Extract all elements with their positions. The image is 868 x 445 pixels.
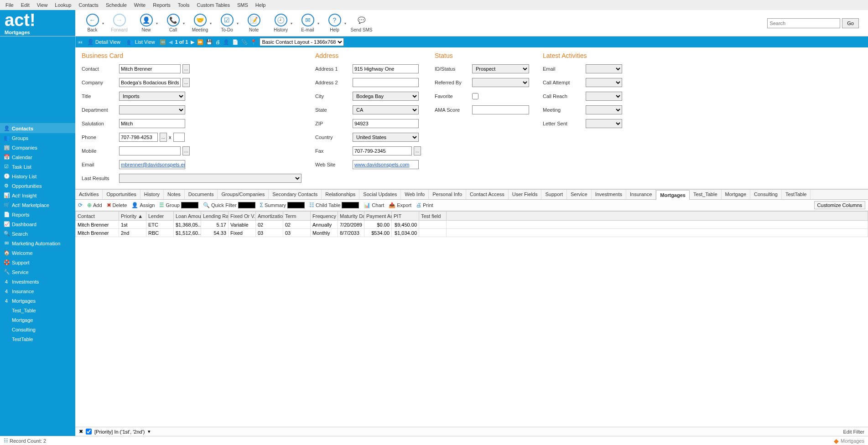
grid-col-loan-amount[interactable]: Loan Amount bbox=[174, 212, 201, 221]
menu-schedule[interactable]: Schedule bbox=[102, 2, 130, 8]
grid-col-fixed-or-v-[interactable]: Fixed Or V... bbox=[229, 212, 256, 221]
tab-relationships[interactable]: Relationships bbox=[322, 190, 359, 199]
grid-col-frequency[interactable]: Frequency bbox=[311, 212, 338, 221]
menu-lookup[interactable]: Lookup bbox=[51, 2, 75, 8]
mobile-more-button[interactable]: … bbox=[182, 146, 190, 155]
contact-more-button[interactable]: … bbox=[182, 64, 190, 73]
tab-history[interactable]: History bbox=[140, 190, 164, 199]
nav-prev-set-icon[interactable]: ⏪ bbox=[160, 39, 166, 45]
tab-insurance[interactable]: Insurance bbox=[626, 190, 656, 199]
act-callreach-select[interactable] bbox=[586, 92, 622, 101]
refresh-icon[interactable]: ⟳ bbox=[78, 202, 83, 208]
menu-contacts[interactable]: Contacts bbox=[75, 2, 102, 8]
sidebar-item-history-list[interactable]: 🕘History List bbox=[0, 171, 75, 181]
sidebar-item-contacts[interactable]: 👤Contacts bbox=[0, 124, 75, 133]
country-select[interactable]: United States bbox=[353, 133, 419, 142]
act-email-select[interactable] bbox=[586, 64, 622, 73]
sidebar-item-task-list[interactable]: ☑Task List bbox=[0, 162, 75, 171]
assign-button[interactable]: 👤Assign bbox=[131, 202, 155, 208]
sidebar-item-marketing-automation[interactable]: ✉Marketing Automation bbox=[0, 238, 75, 248]
menu-tools[interactable]: Tools bbox=[174, 2, 193, 8]
help-button[interactable]: ?Help▾ bbox=[322, 11, 347, 35]
add-button[interactable]: ⊕Add bbox=[87, 202, 102, 208]
call-button[interactable]: 📞Call▾ bbox=[161, 11, 186, 35]
filter-enable-checkbox[interactable] bbox=[86, 429, 92, 435]
table-row[interactable]: Mitch Brenner1stETC$1,368,05...5.17Varia… bbox=[76, 221, 868, 229]
filter-close-icon[interactable]: ✖ bbox=[79, 429, 83, 435]
group-button[interactable]: ☰Group bbox=[159, 202, 198, 208]
sidebar-item-act-insight[interactable]: 📊Act! Insight bbox=[0, 191, 75, 200]
menu-edit[interactable]: Edit bbox=[17, 2, 33, 8]
todo-button[interactable]: ☑To-Do▾ bbox=[214, 11, 239, 35]
title-select[interactable]: Imports bbox=[119, 92, 185, 101]
sidebar-item-search[interactable]: 🔍Search bbox=[0, 229, 75, 238]
tab-documents[interactable]: Documents bbox=[185, 190, 218, 199]
note-button[interactable]: 📝Note bbox=[241, 11, 266, 35]
sidebar-item-service[interactable]: 🔧Service bbox=[0, 267, 75, 277]
salutation-field[interactable] bbox=[119, 119, 185, 128]
person-action-icon[interactable]: 👤 bbox=[223, 39, 229, 45]
contact-field[interactable] bbox=[119, 64, 181, 73]
addr1-field[interactable] bbox=[353, 64, 419, 73]
tab-mortgages[interactable]: Mortgages bbox=[656, 190, 690, 200]
grid-col-lender[interactable]: Lender bbox=[146, 212, 174, 221]
website-link[interactable]: www.davidsonspets.com bbox=[353, 160, 419, 169]
act-meeting-select[interactable] bbox=[586, 105, 622, 114]
print-icon[interactable]: 🖨 bbox=[215, 39, 220, 45]
pin-icon[interactable]: 📍 bbox=[250, 39, 257, 45]
search-input[interactable] bbox=[767, 18, 840, 28]
nav-next-icon[interactable]: ▶ bbox=[191, 39, 194, 45]
company-more-button[interactable]: … bbox=[182, 78, 190, 87]
act-letter-select[interactable] bbox=[586, 119, 622, 128]
state-select[interactable]: CA bbox=[353, 105, 419, 114]
nav-first-icon[interactable]: ⏮ bbox=[78, 39, 83, 45]
sidebar-item-mortgage[interactable]: Mortgage bbox=[0, 315, 75, 325]
tab-web-info[interactable]: Web Info bbox=[401, 190, 429, 199]
meeting-button[interactable]: 🤝Meeting▾ bbox=[187, 11, 213, 35]
mobile-field[interactable] bbox=[119, 146, 181, 155]
phone-field[interactable] bbox=[119, 133, 158, 142]
save-icon[interactable]: 💾 bbox=[206, 39, 213, 45]
grid-col-term[interactable]: Term bbox=[283, 212, 311, 221]
detail-view-button[interactable]: 👤Detail View bbox=[85, 39, 122, 45]
back-button[interactable]: ←Back▾ bbox=[80, 11, 105, 35]
print-button[interactable]: 🖨Print bbox=[416, 202, 433, 208]
sidebar-item-dashboard[interactable]: 📈Dashboard bbox=[0, 219, 75, 229]
sidebar-item-reports[interactable]: 📄Reports bbox=[0, 210, 75, 219]
addr2-field[interactable] bbox=[353, 78, 419, 87]
city-select[interactable]: Bodega Bay bbox=[353, 92, 419, 101]
edit-filter-link[interactable]: Edit Filter bbox=[843, 429, 864, 435]
menu-write[interactable]: Write bbox=[130, 2, 149, 8]
tab-service[interactable]: Service bbox=[567, 190, 592, 199]
new-button[interactable]: 👤New▾ bbox=[134, 11, 159, 35]
sidebar-item-welcome[interactable]: 🏠Welcome bbox=[0, 248, 75, 258]
layout-select[interactable]: Basic Contact Layout - 1366x768 bbox=[260, 38, 344, 46]
referred-select[interactable] bbox=[472, 78, 529, 87]
quickfilter-button[interactable]: 🔍Quick Filter bbox=[203, 202, 255, 208]
summary-button[interactable]: ΣSummary bbox=[260, 202, 305, 208]
tab-support[interactable]: Support bbox=[541, 190, 567, 199]
favorite-checkbox[interactable] bbox=[472, 93, 478, 99]
tab-personal-info[interactable]: Personal Info bbox=[429, 190, 466, 199]
grid-col-payment-amt[interactable]: Payment Amt bbox=[364, 212, 392, 221]
department-select[interactable] bbox=[119, 105, 185, 114]
sidebar-item-insurance[interactable]: 4Insurance bbox=[0, 286, 75, 296]
sidebar-item-testtable[interactable]: TestTable bbox=[0, 334, 75, 344]
menu-reports[interactable]: Reports bbox=[149, 2, 174, 8]
tab-user-fields[interactable]: User Fields bbox=[509, 190, 542, 199]
menu-file[interactable]: File bbox=[2, 2, 17, 8]
history-button[interactable]: 🕘History▾ bbox=[268, 11, 293, 35]
search-go-button[interactable]: Go bbox=[842, 18, 859, 28]
fax-field[interactable] bbox=[353, 146, 412, 155]
menu-view[interactable]: View bbox=[33, 2, 52, 8]
nav-prev-icon[interactable]: ◀ bbox=[169, 39, 172, 45]
export-button[interactable]: 📤Export bbox=[389, 202, 411, 208]
list-view-button[interactable]: 👥List View bbox=[125, 39, 157, 45]
grid-col-amortization[interactable]: Amortization bbox=[256, 212, 283, 221]
sidebar-item-act-marketplace[interactable]: 🛒Act! Marketplace bbox=[0, 200, 75, 210]
grid-col-contact[interactable]: Contact bbox=[76, 212, 119, 221]
grid-col-lending-rate[interactable]: Lending Rate bbox=[201, 212, 229, 221]
tab-groups-companies[interactable]: Groups/Companies bbox=[218, 190, 269, 199]
tab-secondary-contacts[interactable]: Secondary Contacts bbox=[269, 190, 322, 199]
sidebar-item-investments[interactable]: 4Investments bbox=[0, 277, 75, 286]
